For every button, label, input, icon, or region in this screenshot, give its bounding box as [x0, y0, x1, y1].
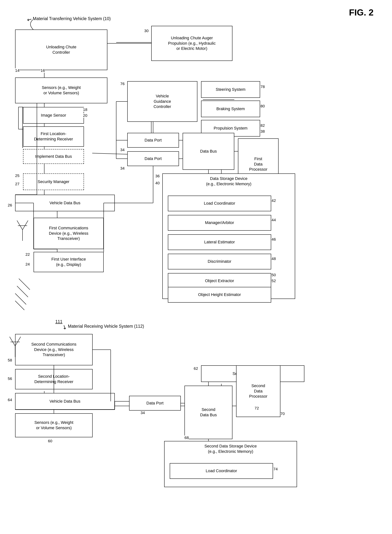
second-data-bus: SecondData Bus — [184, 386, 233, 439]
ref-70: 70 — [280, 412, 285, 416]
ref-56: 56 — [8, 376, 12, 381]
ref-58: 58 — [8, 358, 12, 362]
image-sensor: Image Sensor — [23, 107, 84, 124]
ref-40: 40 — [155, 181, 159, 185]
unloading-chute-auger: Unloading Chute AugerPropulsion (e.g., H… — [151, 26, 233, 61]
data-bus-top: Data Bus — [183, 133, 234, 170]
svg-line-29 — [19, 279, 30, 290]
signal-lines — [15, 275, 33, 319]
ref-62: 62 — [194, 366, 198, 371]
braking-system: Braking System — [201, 101, 260, 117]
ref-80: 80 — [261, 104, 265, 108]
system-label-top: Material Transferring Vehicle System (10… — [33, 16, 111, 21]
ref-34c: 34 — [140, 411, 145, 415]
first-location-receiver: First Location-Determining Receiver — [23, 126, 84, 147]
ref-22: 22 — [25, 252, 30, 257]
object-extractor: Object Extractor — [168, 273, 271, 289]
manager-arbitor: Manager/Arbitor — [168, 215, 271, 231]
sensors-bottom: Sensors (e.g., Weightor Volume Sensors) — [15, 413, 93, 437]
object-height-estimator: Object Height Estimator — [168, 287, 271, 303]
svg-line-32 — [15, 301, 24, 310]
ref-26: 26 — [8, 203, 12, 207]
lateral-estimator: Lateral Estimator — [168, 234, 271, 250]
svg-line-34 — [9, 337, 15, 346]
first-comms-device: First CommunicationsDevice (e.g., Wirele… — [33, 218, 104, 249]
ref-30: 30 — [144, 29, 149, 33]
ref-16: 16 — [41, 68, 45, 73]
ref-27: 27 — [15, 182, 19, 186]
arrow-indicator-bottom: ↘ — [61, 323, 68, 331]
ref-42: 42 — [271, 198, 276, 203]
antenna-bottom — [8, 335, 23, 357]
data-port-2: Data Port — [127, 151, 179, 166]
ref-111: 111 — [55, 319, 62, 324]
discriminator: Discriminator — [168, 254, 271, 269]
ref-24: 24 — [25, 262, 30, 267]
first-user-interface: First User Interface(e.g., Display) — [33, 252, 104, 272]
ref-64: 64 — [8, 398, 12, 402]
system-label-bottom: Material Receiving Vehicle System (112) — [68, 324, 144, 329]
ref-34b: 34 — [120, 166, 125, 170]
ref-76: 76 — [120, 82, 125, 86]
svg-line-30 — [17, 286, 28, 297]
ref-46: 46 — [271, 237, 276, 242]
data-port-bottom: Data Port — [129, 396, 181, 411]
ref-52: 52 — [271, 279, 276, 283]
vehicle-guidance-controller: VehicleGuidanceController — [127, 81, 197, 122]
ref-20: 20 — [83, 113, 87, 118]
antenna-top — [15, 219, 30, 241]
ref-50: 50 — [271, 273, 276, 277]
security-manager: Security Manager — [23, 173, 84, 190]
ref-38: 38 — [261, 129, 265, 134]
ref-68: 68 — [184, 436, 189, 440]
ref-25: 25 — [15, 173, 19, 178]
svg-line-31 — [15, 293, 26, 304]
svg-line-35 — [15, 337, 21, 346]
vehicle-data-bus-bottom: Vehicle Data Bus — [15, 393, 115, 410]
svg-line-27 — [23, 220, 28, 230]
svg-line-26 — [17, 220, 23, 230]
second-location-receiver: Second Location-Determining Receiver — [15, 369, 93, 389]
vehicle-data-bus-top: Vehicle Data Bus — [15, 195, 115, 211]
ref-48: 48 — [271, 257, 276, 261]
second-comms-device: Second CommunicationsDevice (e.g., Wirel… — [15, 334, 93, 365]
unloading-chute-controller: Unloading ChuteController — [15, 29, 107, 70]
ref-74: 74 — [273, 467, 278, 471]
steering-system: Steering System — [201, 81, 260, 98]
ref-34a: 34 — [120, 148, 125, 152]
load-coordinator-bottom: Load Coordinator — [170, 463, 273, 479]
ref-82: 82 — [261, 123, 265, 128]
sensors-top: Sensors (e.g., Weightor Volume Sensors) — [15, 78, 107, 103]
fig-title: FIG. 2 — [349, 7, 373, 18]
implement-data-bus: Implement Data Bus — [23, 149, 84, 164]
ref-36: 36 — [155, 174, 159, 178]
arrow-indicator-top: ↙ — [26, 15, 33, 23]
ref-72: 72 — [255, 406, 259, 410]
ref-60: 60 — [48, 439, 52, 443]
ref-14: 14 — [15, 68, 19, 73]
load-coordinator-top: Load Coordinator — [168, 196, 271, 211]
ref-78: 78 — [261, 84, 265, 89]
diagram: FIG. 2 — [0, 0, 392, 534]
ref-18: 18 — [83, 107, 87, 112]
data-port-1: Data Port — [127, 133, 179, 148]
ref-44: 44 — [271, 218, 276, 222]
